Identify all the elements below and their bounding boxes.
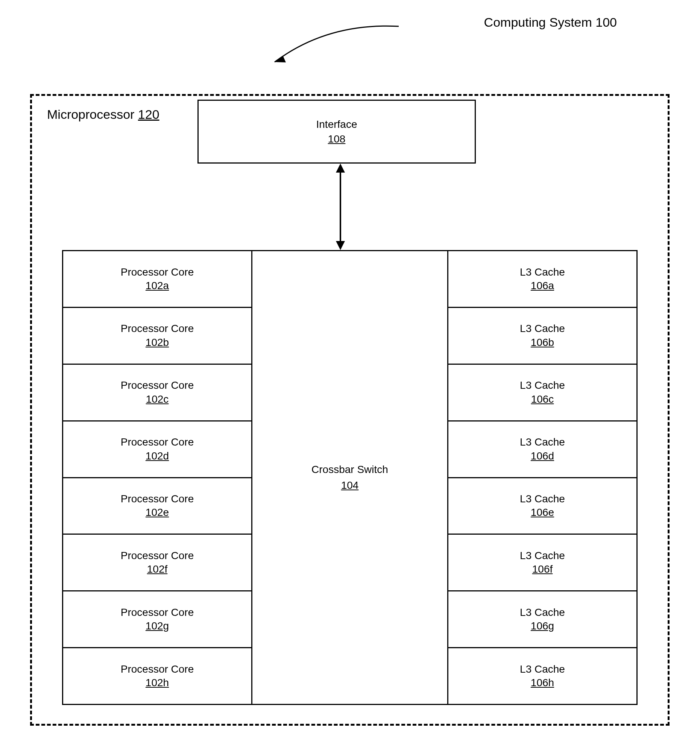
interface-label: Interface	[316, 117, 357, 132]
l3-cache-block: L3 Cache 106d	[448, 421, 636, 478]
cache-label: L3 Cache	[520, 322, 565, 335]
interface-ref: 108	[328, 132, 346, 146]
core-ref: 102d	[145, 449, 169, 463]
cache-ref: 106c	[531, 393, 554, 406]
core-ref: 102h	[145, 676, 169, 689]
core-label: Processor Core	[121, 322, 194, 335]
core-ref: 102c	[146, 393, 169, 406]
processor-core-block: Processor Core 102c	[63, 365, 251, 421]
diagram-canvas: Computing System 100 Microprocessor 120 …	[15, 15, 684, 737]
cache-ref: 106a	[531, 279, 554, 293]
cache-ref: 106h	[531, 676, 554, 689]
core-label: Processor Core	[121, 606, 194, 619]
cache-ref: 106g	[531, 619, 554, 633]
svg-marker-0	[275, 56, 286, 62]
l3-cache-block: L3 Cache 106f	[448, 535, 636, 591]
processor-core-block: Processor Core 102b	[63, 308, 251, 365]
cache-ref: 106e	[531, 506, 554, 519]
core-label: Processor Core	[121, 435, 194, 449]
core-ref: 102a	[145, 279, 169, 293]
l3-cache-block: L3 Cache 106g	[448, 591, 636, 648]
processor-core-block: Processor Core 102e	[63, 478, 251, 535]
core-label: Processor Core	[121, 379, 194, 392]
title-pointer-arrow	[252, 19, 403, 72]
processor-core-block: Processor Core 102a	[63, 251, 251, 308]
cache-label: L3 Cache	[520, 663, 565, 676]
interface-block: Interface 108	[197, 100, 476, 164]
bidirectional-arrow-icon	[333, 164, 348, 250]
core-label: Processor Core	[121, 265, 194, 279]
cache-label: L3 Cache	[520, 265, 565, 279]
core-ref: 102f	[147, 563, 168, 576]
l3-cache-block: L3 Cache 106a	[448, 251, 636, 308]
main-block-grid: Processor Core 102a Processor Core 102b …	[62, 250, 638, 705]
l3-cache-block: L3 Cache 106h	[448, 648, 636, 704]
title-text: Computing System 100	[484, 15, 617, 29]
core-ref: 102e	[145, 506, 169, 519]
diagram-title: Computing System 100	[484, 15, 617, 30]
l3-cache-block: L3 Cache 106c	[448, 365, 636, 421]
svg-marker-3	[336, 241, 345, 250]
cache-label: L3 Cache	[520, 606, 565, 619]
crossbar-label: Crossbar Switch	[311, 462, 388, 477]
core-label: Processor Core	[121, 663, 194, 676]
processor-core-block: Processor Core 102h	[63, 648, 251, 704]
core-ref: 102g	[145, 619, 169, 633]
cache-label: L3 Cache	[520, 379, 565, 392]
processor-cores-column: Processor Core 102a Processor Core 102b …	[63, 251, 251, 704]
cache-label: L3 Cache	[520, 435, 565, 449]
l3-cache-block: L3 Cache 106b	[448, 308, 636, 365]
microprocessor-label-text: Microprocessor	[47, 107, 134, 122]
core-ref: 102b	[145, 336, 169, 349]
cache-label: L3 Cache	[520, 549, 565, 563]
cache-ref: 106b	[531, 336, 554, 349]
processor-core-block: Processor Core 102d	[63, 421, 251, 478]
microprocessor-boundary: Microprocessor 120 Interface 108 Process…	[30, 94, 670, 726]
processor-core-block: Processor Core 102g	[63, 591, 251, 648]
crossbar-ref: 104	[341, 477, 359, 493]
cache-ref: 106f	[532, 563, 553, 576]
core-label: Processor Core	[121, 492, 194, 506]
cache-label: L3 Cache	[520, 492, 565, 506]
microprocessor-ref: 120	[138, 107, 159, 122]
crossbar-switch-block: Crossbar Switch 104	[251, 251, 448, 704]
cache-ref: 106d	[531, 449, 554, 463]
svg-marker-2	[336, 164, 345, 173]
l3-cache-block: L3 Cache 106e	[448, 478, 636, 535]
microprocessor-label: Microprocessor 120	[47, 107, 159, 122]
processor-core-block: Processor Core 102f	[63, 535, 251, 591]
core-label: Processor Core	[121, 549, 194, 563]
l3-cache-column: L3 Cache 106a L3 Cache 106b L3 Cache 106…	[448, 251, 636, 704]
